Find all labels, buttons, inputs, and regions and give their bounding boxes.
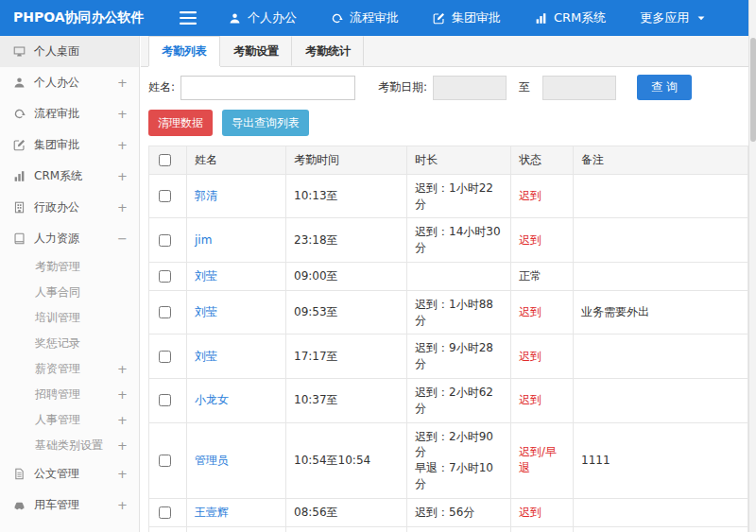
header-status: 状态 [511,146,574,175]
status: 迟到/早退 [511,422,574,498]
date-to-input[interactable] [542,76,616,100]
expand-toggle[interactable]: + [117,467,128,481]
attendance-time: 10:54至10:54 [286,422,407,498]
expand-toggle[interactable]: + [117,169,128,183]
row-checkbox[interactable] [159,506,171,519]
employee-name-link[interactable]: 郭清 [195,189,217,202]
clean-data-button[interactable]: 清理数据 [148,110,213,136]
expand-toggle[interactable]: + [117,387,128,402]
menu-toggle-icon[interactable] [180,11,197,25]
sidebar-item-attendance-mgmt[interactable]: 考勤管理 [0,254,139,280]
sidebar-item-admin-office[interactable]: 行政办公+ [0,192,139,223]
sidebar-item-base-category-settings[interactable]: 基础类别设置+ [0,433,139,458]
top-nav: 个人办公流程审批集团审批CRM系统更多应用 [229,9,706,26]
remark [574,174,748,218]
table-row: 小龙女10:37至迟到：2小时62分迟到 [149,378,748,422]
sidebar-item-workflow-approval[interactable]: 流程审批+ [0,98,139,129]
sidebar-item-label: 奖惩记录 [35,335,128,352]
duration: 迟到：5小时33分 早退：4小时67分 [407,526,511,532]
employee-name-link[interactable]: 刘莹 [195,350,217,363]
status: 迟到 [511,498,574,526]
tab-attendance-list[interactable]: 考勤列表 [148,36,220,66]
sidebar-item-label: 集团审批 [34,137,117,153]
row-checkbox[interactable] [159,455,171,467]
row-checkbox[interactable] [159,190,171,202]
header-remark: 备注 [574,146,748,175]
table-row: 王壹辉08:56至迟到：56分迟到 [149,498,748,526]
sidebar-item-personnel-mgmt[interactable]: 人事管理+ [0,407,139,433]
employee-name-link[interactable]: 管理员 [195,454,229,467]
row-checkbox[interactable] [159,306,171,318]
attendance-time: 10:37至 [286,378,407,422]
sidebar-item-hr-contract[interactable]: 人事合同 [0,280,139,305]
expand-toggle[interactable]: − [117,232,128,246]
expand-toggle[interactable]: + [117,76,128,90]
header-time: 考勤时间 [286,146,407,175]
topnav-item-personal-office[interactable]: 个人办公 [229,9,297,26]
topnav-item-label: 流程审批 [350,9,399,26]
scrollbar[interactable] [748,0,756,532]
topnav-item-workflow-approval[interactable]: 流程审批 [331,9,399,26]
sidebar-item-salary-mgmt[interactable]: 薪资管理+ [0,356,139,382]
name-input[interactable] [180,76,355,100]
expand-toggle[interactable]: + [117,438,128,453]
tab-attendance-settings[interactable]: 考勤设置 [220,36,292,66]
export-list-button[interactable]: 导出查询列表 [222,110,309,136]
sidebar-item-personal-office[interactable]: 个人办公+ [0,67,139,98]
expand-toggle[interactable]: + [117,200,128,215]
sidebar: 个人桌面个人办公+流程审批+集团审批+CRM系统+行政办公+人力资源−考勤管理人… [0,36,140,532]
header-duration: 时长 [407,146,511,175]
to-label: 至 [519,79,530,95]
remark [574,262,748,290]
sidebar-item-reward-punishment[interactable]: 奖惩记录 [0,331,139,356]
duration: 迟到：14小时30分 [407,218,511,263]
table-row: jim23:18至迟到：14小时30分迟到 [149,218,748,263]
car-icon [13,499,26,511]
topnav-item-group-approval[interactable]: 集团审批 [433,9,501,26]
status: 迟到/早退 [511,526,574,532]
name-label: 姓名: [148,79,175,95]
action-bar: 清理数据 导出查询列表 [141,108,748,146]
row-checkbox[interactable] [159,270,171,283]
sidebar-item-hr[interactable]: 人力资源− [0,223,139,254]
tab-attendance-stats[interactable]: 考勤统计 [292,36,364,66]
attendance-time: 17:17至 [286,335,407,379]
select-all-checkbox[interactable] [159,154,171,166]
topnav-item-label: 更多应用 [640,9,689,26]
sidebar-item-personal-desktop[interactable]: 个人桌面 [0,36,139,67]
employee-name-link[interactable]: 刘莹 [195,269,217,283]
scrollbar-thumb[interactable] [750,38,756,142]
book-icon [13,232,26,245]
row-checkbox[interactable] [159,234,171,247]
employee-name-link[interactable]: 刘莹 [195,305,217,318]
sidebar-item-crm-system[interactable]: CRM系统+ [0,161,139,192]
expand-toggle[interactable]: + [117,498,128,512]
status: 迟到 [511,218,574,263]
chart-icon [13,170,26,182]
expand-toggle[interactable]: + [117,413,128,427]
sidebar-item-group-approval[interactable]: 集团审批+ [0,129,139,161]
attendance-table-body: 郭清10:13至迟到：1小时22分迟到jim23:18至迟到：14小时30分迟到… [149,174,748,532]
remark [574,218,748,263]
employee-name-link[interactable]: 王壹辉 [195,506,229,519]
table-row: 刘莹17:17至迟到：9小时28分迟到 [149,335,748,379]
expand-toggle[interactable]: + [117,107,128,121]
expand-toggle[interactable]: + [117,138,128,152]
sidebar-item-vehicle-mgmt[interactable]: 用车管理+ [0,489,139,521]
sidebar-item-training-mgmt[interactable]: 培训管理 [0,305,139,331]
search-button[interactable]: 查 询 [637,75,692,100]
sidebar-item-label: 人力资源 [34,231,117,247]
date-from-input[interactable] [433,76,507,100]
row-checkbox[interactable] [159,394,171,406]
row-checkbox[interactable] [159,351,171,363]
desktop-icon [13,45,26,58]
expand-toggle[interactable]: + [117,362,128,376]
topnav-item-crm-system[interactable]: CRM系统 [535,9,606,26]
topnav-item-more-apps[interactable]: 更多应用 [640,9,706,26]
topnav-item-label: CRM系统 [554,9,606,26]
sidebar-item-document-mgmt[interactable]: 公文管理+ [0,458,139,489]
employee-name-link[interactable]: 小龙女 [195,393,229,406]
attendance-time: 08:56至 [286,498,407,526]
sidebar-item-recruitment-mgmt[interactable]: 招聘管理+ [0,382,139,407]
employee-name-link[interactable]: jim [195,233,212,247]
